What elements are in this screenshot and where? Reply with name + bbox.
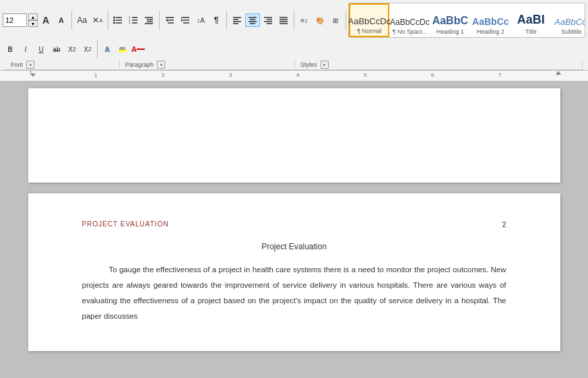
sep3: [159, 11, 160, 30]
italic-button[interactable]: I: [18, 42, 33, 56]
font-size-arrows: ▲ ▼: [28, 13, 38, 27]
borders-button[interactable]: ⊞: [328, 13, 343, 27]
svg-text:3.: 3.: [129, 21, 131, 24]
style-title-label: Title: [525, 28, 537, 35]
spacing-group: ≡↕ 🎨 ⊞: [297, 13, 343, 27]
list-group: 1.2.3.: [110, 13, 156, 27]
style-h1-preview: AaBbC: [432, 15, 468, 27]
page-header: PROJECT EVALUATION 2: [82, 220, 507, 228]
show-formatting-button[interactable]: ¶: [209, 13, 224, 27]
style-h2-label: Heading 2: [477, 28, 504, 35]
styles-dialog-launcher[interactable]: ⬧: [321, 61, 329, 69]
numbered-list-button[interactable]: 1.2.3.: [126, 13, 141, 27]
bold-button[interactable]: B: [3, 42, 18, 56]
document-area: PROJECT EVALUATION 2 Project Evaluation …: [0, 82, 588, 372]
justify-button[interactable]: [276, 13, 291, 27]
ruler-mark-6: 6: [431, 72, 434, 78]
ruler: 1 2 3 4 5 6 7: [0, 71, 588, 82]
doc-title: Project Evaluation: [82, 242, 507, 251]
style-title[interactable]: AaBI Title: [511, 3, 551, 37]
superscript-button[interactable]: X2: [80, 42, 95, 56]
indent-group: ↕A ¶: [162, 13, 224, 27]
text-effects-button[interactable]: A: [100, 42, 115, 56]
align-group: [230, 13, 291, 27]
page-header-text: PROJECT EVALUATION: [82, 220, 169, 228]
style-normal-preview: AaBbCcDc: [348, 16, 391, 26]
svg-point-4: [113, 20, 115, 22]
shading-button[interactable]: 🎨: [313, 13, 327, 27]
sort-button[interactable]: ↕A: [193, 13, 208, 27]
text-format-group: Aa ✕A: [75, 13, 105, 27]
ruler-right-indent-marker[interactable]: [556, 71, 561, 75]
page-number: 2: [502, 220, 506, 228]
paragraph-dialog-launcher[interactable]: ⬧: [157, 61, 165, 69]
style-subtitle-preview: AaBbCcl: [554, 17, 585, 27]
font-format-row: B I U ab X2 X2 A ab A: [3, 40, 145, 59]
style-title-preview: AaBI: [517, 13, 545, 27]
ribbon-toolbar: 12 ▲ ▼ A A Aa ✕A 1.2.3.: [0, 0, 588, 71]
style-h2-preview: AaBbCc: [472, 16, 509, 27]
style-normal-label: ¶ Normal: [357, 28, 381, 34]
change-case-button[interactable]: Aa: [75, 13, 90, 27]
paragraph-group-label: Paragraph ⬧: [120, 59, 295, 69]
svg-marker-19: [166, 19, 168, 22]
style-h2[interactable]: AaBbCc Heading 2: [470, 3, 511, 37]
page-1: [28, 88, 560, 183]
style-h1[interactable]: AaBbC Heading 1: [430, 3, 470, 37]
shrink-font-button[interactable]: A: [54, 13, 69, 27]
svg-point-5: [113, 22, 115, 24]
font-size-increase[interactable]: ▲: [28, 13, 38, 20]
groups-label-row: Font ⬧ Paragraph ⬧ Styles ⬧: [3, 59, 585, 70]
doc-paragraph-1[interactable]: To gauge the effectiveness of a project …: [82, 262, 507, 324]
style-nospace-label: ¶ No Spaci...: [393, 28, 427, 35]
style-subtitle-label: Subtitle: [561, 28, 581, 35]
align-right-button[interactable]: [261, 13, 275, 27]
page-2: PROJECT EVALUATION 2 Project Evaluation …: [28, 193, 560, 351]
svg-marker-23: [181, 19, 183, 22]
sep6: [346, 11, 346, 30]
font-color-button[interactable]: A: [131, 42, 145, 56]
ruler-indent-marker[interactable]: [30, 73, 36, 77]
sep5: [294, 11, 294, 30]
ruler-mark-3: 3: [229, 72, 232, 78]
bullet-list-button[interactable]: [110, 13, 125, 27]
align-center-button[interactable]: [245, 13, 260, 27]
styles-group-label: Styles ⬧: [295, 59, 583, 69]
styles-gallery: AaBbCcDc ¶ Normal AaBbCcDc ¶ No Spaci...…: [348, 3, 585, 38]
ruler-mark-1: 1: [94, 72, 97, 78]
svg-point-3: [113, 17, 115, 19]
ruler-mark-5: 5: [364, 72, 366, 78]
font-group-label: Font ⬧: [5, 59, 120, 69]
sep4: [226, 11, 227, 30]
strikethrough-button[interactable]: ab: [49, 42, 64, 56]
sep2: [108, 11, 108, 30]
decrease-indent-button[interactable]: [162, 13, 177, 27]
ruler-mark-4: 4: [296, 72, 299, 78]
align-left-button[interactable]: [230, 13, 244, 27]
line-spacing-button[interactable]: ≡↕: [297, 13, 312, 27]
font-size-decrease[interactable]: ▼: [28, 20, 38, 27]
clear-format-button[interactable]: ✕A: [90, 13, 105, 27]
subscript-button[interactable]: X2: [65, 42, 79, 56]
ruler-inner: 1 2 3 4 5 6 7: [13, 71, 588, 81]
style-normal[interactable]: AaBbCcDc ¶ Normal: [349, 3, 389, 37]
font-size-input[interactable]: 12: [3, 13, 27, 27]
grow-font-button[interactable]: A: [38, 13, 53, 27]
svg-text:ab: ab: [119, 45, 125, 51]
sep1: [71, 11, 72, 30]
sep-font: [97, 40, 98, 59]
multilevel-list-button[interactable]: [141, 13, 156, 27]
ruler-mark-2: 2: [162, 72, 164, 78]
style-nospace-preview: AaBbCcDc: [390, 18, 430, 27]
ruler-mark-7: 7: [498, 72, 501, 78]
text-highlight-button[interactable]: ab: [115, 42, 130, 56]
underline-button[interactable]: U: [34, 42, 48, 56]
font-size-group: 12 ▲ ▼ A A: [3, 13, 69, 27]
style-h1-label: Heading 1: [436, 28, 464, 35]
style-nospace[interactable]: AaBbCcDc ¶ No Spaci...: [389, 3, 430, 37]
doc-body[interactable]: To gauge the effectiveness of a project …: [82, 262, 507, 324]
font-dialog-launcher[interactable]: ⬧: [26, 61, 34, 69]
increase-indent-button[interactable]: [178, 13, 193, 27]
style-subtitle[interactable]: AaBbCcl Subtitle: [551, 3, 585, 37]
